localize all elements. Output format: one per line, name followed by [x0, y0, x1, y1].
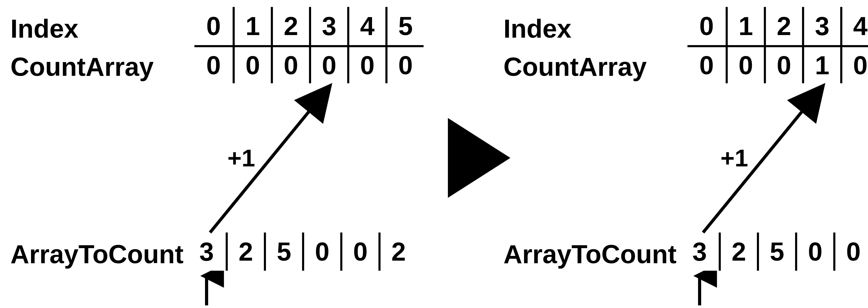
input-row: 3 2 5 0 0 2: [187, 233, 416, 271]
label-index: Index: [503, 16, 571, 42]
label-arraytocount: ArrayToCount: [503, 241, 677, 267]
input-cell: 5: [757, 233, 795, 271]
label-arraytocount: ArrayToCount: [10, 241, 184, 267]
index-cell: 0: [687, 7, 726, 45]
index-cell: 3: [309, 7, 347, 45]
pointer-arrow-icon: [682, 271, 717, 308]
increment-arrow-icon: [687, 82, 844, 238]
transition-triangle-icon: [448, 118, 510, 198]
count-cell: 0: [347, 45, 385, 83]
index-row: 0 1 2 3 4 5: [687, 7, 868, 45]
input-row: 3 2 5 0 0 2: [681, 233, 868, 271]
count-array-table: 0 1 2 3 4 5 0 0 0 0 0 0: [194, 7, 424, 83]
count-cell: 0: [840, 45, 868, 83]
input-array: 3 2 5 0 0 2: [681, 233, 868, 271]
index-cell: 0: [194, 7, 232, 45]
count-cell: 0: [232, 45, 271, 83]
count-cell: 0: [194, 45, 232, 83]
index-cell: 4: [840, 7, 868, 45]
label-index: Index: [10, 16, 79, 42]
count-array-table: 0 1 2 3 4 5 0 0 0 1 0 0: [687, 7, 868, 83]
index-cell: 2: [764, 7, 802, 45]
pointer-arrow-icon: [189, 271, 224, 308]
panel-before: Index CountArray ArrayToCount 0 1 2 3 4 …: [10, 0, 444, 308]
count-cell: 1: [802, 45, 840, 83]
svg-line-2: [703, 90, 819, 233]
index-cell: 1: [726, 7, 764, 45]
input-array: 3 2 5 0 0 2: [187, 233, 416, 271]
count-cell: 0: [764, 45, 802, 83]
index-row: 0 1 2 3 4 5: [194, 7, 424, 45]
input-cell: 0: [833, 233, 868, 271]
count-cell: 0: [271, 45, 309, 83]
input-cell: 2: [226, 233, 264, 271]
increment-arrow-icon: [194, 82, 351, 238]
svg-line-0: [210, 90, 327, 233]
count-cell: 0: [309, 45, 347, 83]
input-cell: 0: [302, 233, 340, 271]
index-cell: 2: [271, 7, 309, 45]
input-cell: 2: [378, 233, 416, 271]
input-cell: 3: [681, 233, 719, 271]
index-cell: 4: [347, 7, 385, 45]
count-cell: 0: [687, 45, 726, 83]
input-cell: 5: [264, 233, 302, 271]
index-cell: 1: [232, 7, 271, 45]
label-countarray: CountArray: [10, 54, 154, 80]
count-cell: 0: [726, 45, 764, 83]
input-cell: 2: [719, 233, 757, 271]
index-cell: 3: [802, 7, 840, 45]
count-row: 0 0 0 1 0 0: [687, 45, 868, 83]
input-cell: 0: [795, 233, 833, 271]
label-countarray: CountArray: [503, 54, 647, 80]
count-cell: 0: [385, 45, 424, 83]
input-cell: 0: [340, 233, 378, 271]
input-cell: 3: [187, 233, 226, 271]
count-row: 0 0 0 0 0 0: [194, 45, 424, 83]
counting-sort-step-diagram: Index CountArray ArrayToCount 0 1 2 3 4 …: [0, 0, 868, 308]
index-cell: 5: [385, 7, 424, 45]
panel-after: Index CountArray ArrayToCount 0 1 2 3 4 …: [503, 0, 868, 308]
